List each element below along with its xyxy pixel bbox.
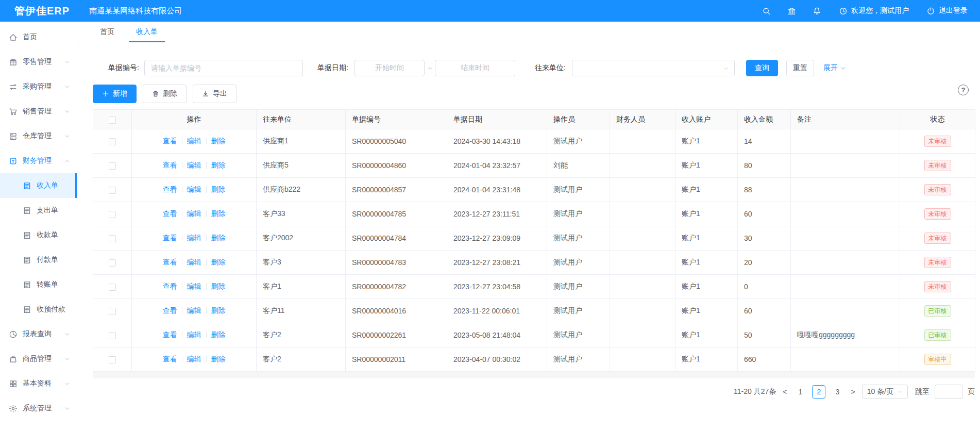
edit-link[interactable]: 编辑 bbox=[187, 137, 201, 145]
edit-link[interactable]: 编辑 bbox=[187, 234, 201, 242]
sidebar-item-reports[interactable]: 报表查询 bbox=[0, 322, 77, 346]
view-link[interactable]: 查看 bbox=[163, 161, 177, 169]
edit-link[interactable]: 编辑 bbox=[187, 258, 201, 266]
grid-icon bbox=[9, 379, 18, 388]
view-link[interactable]: 查看 bbox=[163, 355, 177, 363]
sidebar-item-retail[interactable]: 零售管理 bbox=[0, 49, 77, 74]
tab-home[interactable]: 首页 bbox=[93, 22, 122, 42]
date-start-input[interactable]: 开始时间 bbox=[354, 60, 425, 76]
add-button[interactable]: 新增 bbox=[93, 85, 137, 103]
cell-remark bbox=[791, 275, 900, 299]
sidebar-item-warehouse[interactable]: 仓库管理 bbox=[0, 124, 77, 148]
search-icon[interactable] bbox=[762, 7, 771, 15]
cell-status: 审核中 bbox=[900, 347, 975, 372]
welcome-user[interactable]: 欢迎您，测试用户 bbox=[839, 6, 909, 15]
bell-icon[interactable] bbox=[813, 7, 821, 15]
edit-link[interactable]: 编辑 bbox=[187, 306, 201, 314]
date-end-placeholder: 结束时间 bbox=[461, 63, 489, 73]
delete-link[interactable]: 删除 bbox=[211, 282, 226, 290]
sidebar-item-basic-data[interactable]: 基本资料 bbox=[0, 371, 77, 396]
view-link[interactable]: 查看 bbox=[163, 306, 177, 314]
row-checkbox[interactable] bbox=[109, 259, 116, 267]
row-checkbox[interactable] bbox=[109, 138, 116, 145]
view-link[interactable]: 查看 bbox=[163, 234, 177, 242]
date-end-input[interactable]: 结束时间 bbox=[435, 60, 515, 76]
prev-page-button[interactable]: < bbox=[781, 388, 788, 396]
edit-link[interactable]: 编辑 bbox=[187, 185, 201, 193]
code-input[interactable] bbox=[144, 60, 303, 76]
sidebar-item-sales[interactable]: 销售管理 bbox=[0, 99, 77, 124]
sidebar-item-system[interactable]: 系统管理 bbox=[0, 396, 77, 421]
page-size-select[interactable]: 10 条/页 bbox=[862, 385, 908, 399]
sidebar-item-home[interactable]: 首页 bbox=[0, 25, 77, 49]
delete-link[interactable]: 删除 bbox=[211, 306, 226, 314]
action-separator bbox=[182, 210, 182, 217]
page-button-1[interactable]: 1 bbox=[793, 385, 807, 399]
tab-income[interactable]: 收入单 bbox=[129, 22, 165, 42]
page-button-2[interactable]: 2 bbox=[812, 385, 825, 399]
edit-link[interactable]: 编辑 bbox=[187, 355, 201, 363]
edit-link[interactable]: 编辑 bbox=[187, 282, 201, 290]
reset-button[interactable]: 重置 bbox=[786, 60, 814, 76]
delete-link[interactable]: 删除 bbox=[211, 330, 226, 339]
sidebar-item-receipt[interactable]: 收款单 bbox=[0, 223, 77, 247]
export-button[interactable]: 导出 bbox=[193, 85, 236, 103]
row-checkbox[interactable] bbox=[109, 356, 116, 363]
partner-select[interactable] bbox=[572, 60, 735, 76]
delete-link[interactable]: 删除 bbox=[211, 185, 226, 193]
expand-link[interactable]: 展开 bbox=[823, 63, 846, 73]
row-checkbox[interactable] bbox=[109, 162, 116, 170]
delete-link[interactable]: 删除 bbox=[211, 355, 226, 363]
bank-icon[interactable] bbox=[787, 7, 796, 15]
col-operator: 操作员 bbox=[547, 110, 610, 129]
view-link[interactable]: 查看 bbox=[163, 185, 177, 193]
topbar: 管伊佳ERP 南通某某网络科技有限公司 欢迎您，测试用户 退出登录 bbox=[0, 0, 980, 22]
delete-link[interactable]: 删除 bbox=[211, 161, 226, 169]
view-link[interactable]: 查看 bbox=[163, 209, 177, 218]
row-checkbox[interactable] bbox=[109, 187, 116, 194]
cell-amount: 80 bbox=[738, 154, 791, 178]
delete-link[interactable]: 删除 bbox=[211, 234, 226, 242]
search-button[interactable]: 查询 bbox=[746, 60, 778, 76]
cell-operator: 测试用户 bbox=[547, 202, 610, 226]
sidebar-item-finance[interactable]: 财务管理 bbox=[0, 148, 77, 173]
table-scrollbar[interactable] bbox=[93, 372, 975, 378]
row-checkbox[interactable] bbox=[109, 211, 116, 218]
delete-link[interactable]: 删除 bbox=[211, 258, 226, 266]
sidebar-item-transfer[interactable]: 转账单 bbox=[0, 272, 77, 297]
page-button-3[interactable]: 3 bbox=[831, 385, 844, 399]
retail-icon bbox=[9, 58, 18, 67]
sidebar-item-payment[interactable]: 付款单 bbox=[0, 247, 77, 272]
row-checkbox[interactable] bbox=[109, 332, 116, 339]
sidebar-item-prepaid[interactable]: 收预付款 bbox=[0, 297, 77, 322]
sidebar-item-purchase[interactable]: 采购管理 bbox=[0, 74, 77, 99]
sidebar-item-expense[interactable]: 支出单 bbox=[0, 198, 77, 223]
view-link[interactable]: 查看 bbox=[163, 258, 177, 266]
help-icon[interactable]: ? bbox=[958, 85, 969, 95]
cell-account: 账户1 bbox=[675, 154, 738, 178]
sidebar-item-income[interactable]: 收入单 bbox=[0, 173, 77, 198]
action-separator bbox=[182, 331, 182, 338]
sidebar-item-goods[interactable]: 商品管理 bbox=[0, 346, 77, 371]
delete-button[interactable]: 删除 bbox=[143, 85, 187, 103]
cell-ops: 查看编辑删除 bbox=[132, 347, 257, 372]
table-row: 查看编辑删除客户11SR000000040162023-11-22 00:06:… bbox=[93, 299, 975, 323]
view-link[interactable]: 查看 bbox=[163, 137, 177, 145]
page-size-value: 10 条/页 bbox=[867, 387, 893, 396]
row-checkbox[interactable] bbox=[109, 235, 116, 242]
select-all-checkbox[interactable] bbox=[109, 117, 116, 124]
view-link[interactable]: 查看 bbox=[163, 330, 177, 339]
logout-button[interactable]: 退出登录 bbox=[926, 6, 968, 15]
view-link[interactable]: 查看 bbox=[163, 282, 177, 290]
edit-link[interactable]: 编辑 bbox=[187, 161, 201, 169]
edit-link[interactable]: 编辑 bbox=[187, 330, 201, 339]
cell-date: 2023-11-22 00:06:01 bbox=[447, 299, 547, 323]
cell-account: 账户1 bbox=[675, 323, 738, 347]
jump-input[interactable] bbox=[935, 385, 962, 399]
delete-link[interactable]: 删除 bbox=[211, 137, 226, 145]
next-page-button[interactable]: > bbox=[849, 388, 856, 396]
row-checkbox[interactable] bbox=[109, 284, 116, 291]
delete-link[interactable]: 删除 bbox=[211, 209, 226, 218]
edit-link[interactable]: 编辑 bbox=[187, 209, 201, 218]
row-checkbox[interactable] bbox=[109, 308, 116, 315]
